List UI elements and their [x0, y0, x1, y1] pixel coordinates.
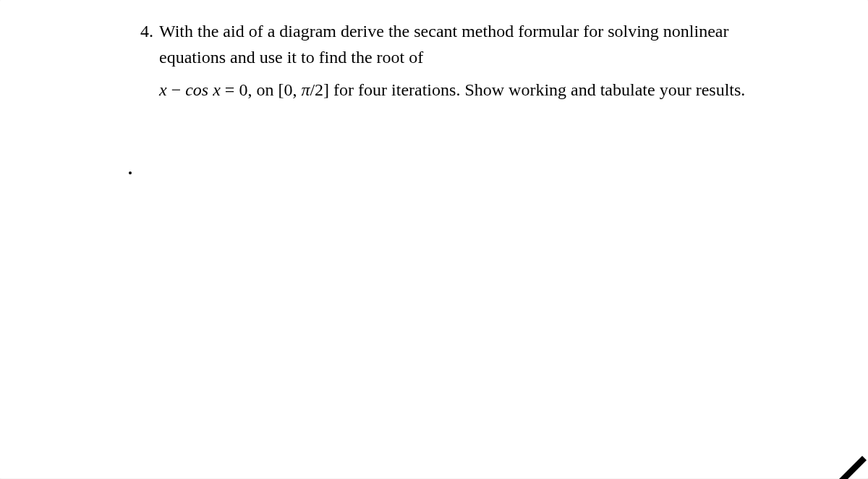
equation-cosx: cos x	[185, 80, 221, 99]
equation-minus: −	[167, 80, 186, 99]
pen-icon	[832, 443, 868, 479]
item-body: With the aid of a diagram derive the sec…	[158, 19, 783, 103]
question-block: 4. With the aid of a diagram derive the …	[132, 19, 783, 103]
equation-var-x: x	[159, 80, 167, 99]
item-number: 4.	[132, 19, 158, 45]
equation-equals: =	[221, 80, 239, 99]
annotate-handle[interactable]	[832, 443, 868, 479]
equation-pi: π	[301, 80, 310, 99]
equation-line: x − cos x = 0, on [0, π/2] for four iter…	[159, 77, 783, 103]
page: 4. With the aid of a diagram derive the …	[0, 0, 868, 479]
equation-interval-close-and-rest: /2] for four iterations. Show working an…	[310, 80, 745, 99]
list-item-4: 4. With the aid of a diagram derive the …	[132, 19, 783, 103]
stray-dot	[129, 171, 132, 174]
equation-zero: 0	[239, 80, 247, 99]
question-text-line1: With the aid of a diagram derive the sec…	[159, 19, 783, 70]
equation-interval-open: , on [0,	[247, 80, 301, 99]
